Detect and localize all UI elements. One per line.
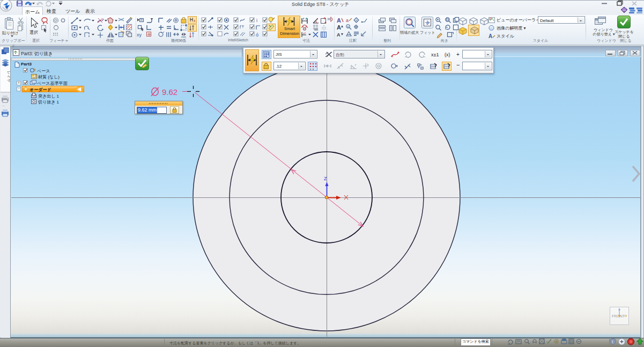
svg-text:A: A — [337, 24, 341, 31]
svg-text:A: A — [337, 32, 340, 38]
svg-text:!: ! — [612, 339, 613, 344]
svg-text:A: A — [488, 33, 492, 39]
svg-text:A: A — [347, 25, 349, 28]
svg-text:9.62: 9.62 — [162, 87, 177, 97]
svg-text:x²: x² — [303, 32, 306, 35]
svg-text:...: ... — [2, 104, 5, 107]
svg-text:x±1: x±1 — [431, 52, 439, 57]
svg-text:+: + — [456, 51, 460, 57]
svg-text:a: a — [346, 18, 349, 23]
svg-text:A: A — [356, 19, 358, 22]
svg-text:H: H — [328, 17, 330, 21]
svg-text:ó: ó — [256, 32, 258, 38]
svg-text:x: x — [194, 19, 196, 23]
svg-text:−: − — [456, 62, 460, 68]
svg-text:xy: xy — [137, 32, 142, 38]
svg-text:レイヤ: レイヤ — [7, 71, 11, 83]
svg-text:Z: Z — [324, 176, 327, 181]
svg-text:A: A — [337, 17, 341, 24]
svg-text:i: i — [256, 18, 257, 23]
svg-text:(x): (x) — [445, 52, 450, 57]
